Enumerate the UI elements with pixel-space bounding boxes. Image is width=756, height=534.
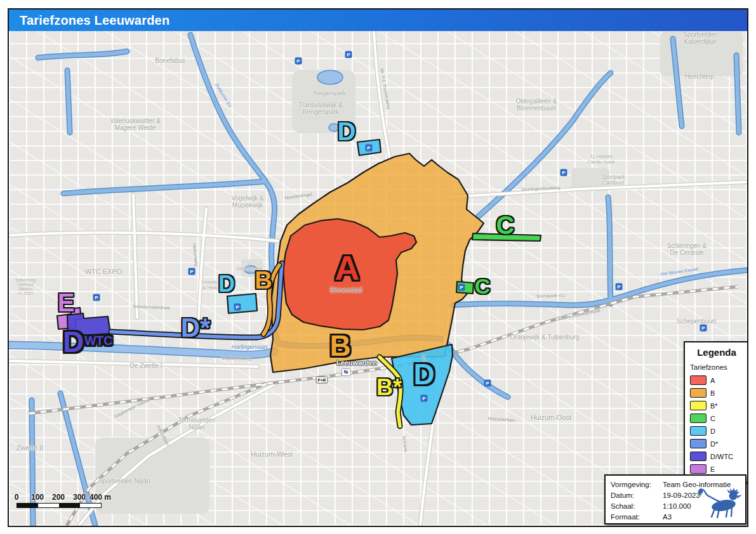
street-label: Harlingervaart <box>232 344 268 350</box>
district-label: Oranjewijk & Tulpenburg <box>510 334 580 341</box>
parking-icon: P <box>421 395 428 402</box>
district-label-line: Magere Weide <box>110 124 161 131</box>
legend-item: B* <box>690 401 743 410</box>
zone-label-text: C <box>496 211 515 239</box>
district-label: Binnenstad <box>330 287 362 294</box>
district-label: Schieringen &De Centrale <box>667 242 706 256</box>
district-label-line: Huizum-Oost <box>531 414 571 421</box>
legend-swatch <box>690 452 706 461</box>
scale-bar-ticks: 0100200300400 m <box>17 493 162 502</box>
district-label-line: Schepenbuurt <box>677 318 716 325</box>
street-label: Groningerstraatweg <box>521 185 560 192</box>
zone-label-b-south: B <box>329 331 350 360</box>
district-label: Tj. HiddesCamb.-hoek <box>587 154 615 166</box>
legend-item-label: D* <box>710 440 718 448</box>
scale-segment <box>38 504 59 507</box>
zone-label-d-north: D <box>338 119 356 144</box>
scale-bar: 0100200300400 m <box>17 493 162 508</box>
district-label: Zwette II <box>17 444 43 452</box>
district-label-line: +/- 2020 <box>15 291 36 296</box>
legend-swatch <box>690 375 706 385</box>
street-label: Heliconweg <box>192 244 199 267</box>
district-label: SportparkCambuur <box>602 174 625 186</box>
legend-swatch <box>690 401 706 410</box>
zone-label-c-east: C <box>475 275 491 297</box>
district-label-line: Rengerspark <box>298 108 343 115</box>
district-label-line: Camb.-hoek <box>587 160 615 166</box>
zone-label-text: B <box>255 267 272 294</box>
zone-label-bstar: B* <box>376 376 402 399</box>
street-label: Huizumerlaan <box>487 416 515 422</box>
street-label: Emmakade n.z. <box>536 293 565 299</box>
parking-icon: P <box>484 380 491 387</box>
legend-item-label: B <box>710 389 715 397</box>
legend-swatch <box>690 426 706 436</box>
street-label: Snekertrekweg <box>222 356 251 361</box>
district-label-line: Nijlân <box>178 424 215 431</box>
parking-icon: P <box>616 283 623 290</box>
district-label-line: Valeriuskwartier & <box>110 117 161 124</box>
info-row-value: 1:10.000 <box>663 502 691 510</box>
title-bar: Tariefzones Leeuwarden <box>9 10 747 31</box>
parking-icon: P <box>458 284 465 291</box>
park-and-ride-icon: P+R <box>316 377 328 384</box>
district-label: ToekomstigCambuurStadion+/- 2020 <box>15 278 36 296</box>
scale-tick-label: 0 <box>15 493 19 502</box>
district-label-line: Oldegalileën & <box>515 98 557 105</box>
district-label: Rengerspark <box>313 91 346 97</box>
street-label: Tesselschadestraat <box>132 304 170 309</box>
street-label: Willem Lodewijkstraat <box>557 308 600 322</box>
district-label-line: Bonefatius <box>155 57 185 64</box>
district-label-line: Sportvelden <box>683 31 717 38</box>
map-sheet-frame: Tariefzones Leeuwarden <box>8 8 748 527</box>
legend-item-label: D <box>710 427 715 435</box>
zone-label-b-route: B <box>255 268 272 292</box>
parking-icon: P <box>93 294 100 301</box>
street-label: Julianalaan <box>156 424 170 446</box>
street-label: Schrans <box>402 436 408 452</box>
leeuwarden-lion-logo-icon <box>697 488 743 519</box>
district-label-line: Heechterp <box>685 73 714 80</box>
legend-item-label: D/WTC <box>710 453 733 460</box>
zone-label-text: D <box>63 325 84 358</box>
district-label-line: Vogelwijk & <box>231 195 263 202</box>
district-label: Sportvelden Nijlân <box>98 478 150 485</box>
zone-label-text: E <box>58 289 75 316</box>
zone-label-c-north: C <box>496 212 515 238</box>
district-label: WTC EXPO <box>85 268 123 275</box>
info-row-value: 19-09-2023 <box>663 492 700 499</box>
district-label: Transvaalwijk &Rengerspark <box>298 101 343 115</box>
map-canvas: ABBB*CCDDDD*DWTCEBonefatiusValeriuskwart… <box>9 31 747 526</box>
district-label: Heechterp <box>685 73 714 80</box>
legend-item: B <box>690 388 743 398</box>
zone-label-text: D <box>413 358 434 391</box>
legend-items: ABB*CDD*D/WTCE <box>690 375 743 474</box>
legend-item-label: B* <box>710 402 718 410</box>
parking-icon: P <box>295 58 302 65</box>
district-label: Vogelwijk &Muziekwijk <box>231 195 263 209</box>
district-label: Schepenbuurt <box>677 318 716 325</box>
zone-label-text: B* <box>376 374 402 400</box>
district-label-line: Rengerspark <box>313 91 346 97</box>
district-label-line: Oranjewijk & Tulpenburg <box>510 334 580 341</box>
district-label: Huizum-West <box>251 450 293 458</box>
street-label: Dokkumer Ee <box>215 82 232 108</box>
district-label-line: Sportvelden Nijlân <box>98 478 150 485</box>
district-label-line: De Zwette I <box>129 362 162 369</box>
zone-label-text: D <box>338 117 356 145</box>
info-box: Vormgeving:Team Geo-informatieDatum:19-0… <box>604 474 746 524</box>
info-row-label: Vormgeving: <box>611 481 663 488</box>
page: { "title_bar": { "text": "Tariefzones Le… <box>0 0 756 534</box>
district-label-line: Kalverdijkje <box>683 38 717 45</box>
map-label-layer: ABBB*CCDDDD*DWTCEBonefatiusValeriuskwart… <box>9 31 747 526</box>
district-label: TennisveldenNijlân <box>178 417 215 431</box>
district-label: Bonefatius <box>155 57 185 64</box>
zone-label-text: C <box>475 274 491 298</box>
street-label: Noordersingel <box>284 192 312 200</box>
zone-label-d-west: D <box>218 273 235 296</box>
district-label-line: Cambuur <box>602 180 625 186</box>
scale-tick-label: 200 <box>52 493 65 502</box>
parking-icon: P <box>345 51 352 58</box>
legend-item-label: A <box>710 377 715 384</box>
legend-title: Legenda <box>690 347 743 358</box>
